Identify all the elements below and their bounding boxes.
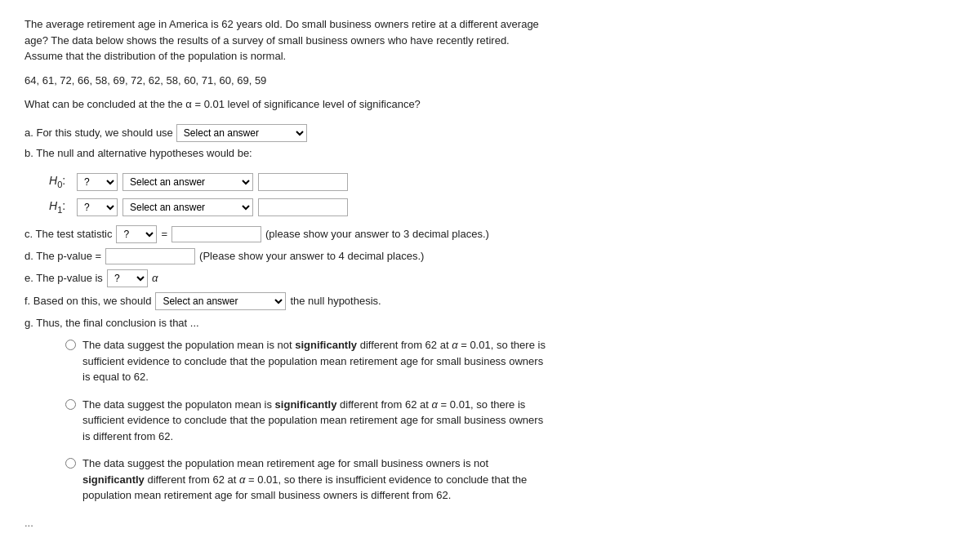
radio-1-text: The data suggest the population mean is … [82, 337, 548, 385]
h0-extra-box [258, 173, 348, 191]
radio-group: The data suggest the population mean is … [65, 337, 956, 504]
radio-3-text: The data suggest the population mean ret… [82, 455, 548, 504]
part-d-label: d. The p-value = [24, 248, 101, 264]
h0-value-select[interactable]: Select an answer μ = 62 μ ≠ 62 μ < 62 μ … [122, 173, 253, 191]
radio-1[interactable] [65, 340, 76, 350]
part-e-label: e. The p-value is [24, 270, 103, 287]
intro-block: The average retirement age in America is… [24, 16, 547, 64]
question-text: What can be concluded at the the α = 0.0… [24, 96, 956, 113]
h0-row: H0: ? < > = ≠ Select an answer μ = 62 μ … [49, 172, 956, 191]
h0-compare-select[interactable]: ? < > = ≠ [77, 173, 118, 191]
pvalue-input[interactable] [105, 248, 195, 264]
part-g-label-row: g. Thus, the final conclusion is that ..… [24, 315, 956, 331]
h1-extra-box [258, 198, 348, 216]
test-stat-input[interactable] [172, 226, 261, 242]
radio-2[interactable] [65, 399, 76, 410]
data-values: 64, 61, 72, 66, 58, 69, 72, 62, 58, 60, … [24, 73, 956, 89]
dots: ... [24, 515, 956, 531]
radio-2-text: The data suggest the populaton mean is s… [82, 397, 548, 445]
part-c-row: c. The test statistic ? < > = = (please … [24, 225, 956, 243]
part-a-label: a. For this study, we should use [24, 125, 173, 141]
part-f-suffix: the null hypothesis. [290, 293, 381, 309]
radio-item-3: The data suggest the population mean ret… [65, 455, 956, 504]
part-d-hint: (Please show your answer to 4 decimal pl… [199, 248, 424, 264]
part-b-label: b. The null and alternative hypotheses w… [24, 145, 956, 162]
radio-item-1: The data suggest the population mean is … [65, 337, 956, 385]
part-c-label: c. The test statistic [24, 226, 112, 242]
part-f-label: f. Based on this, we should [24, 293, 151, 309]
intro-line1: The average retirement age in America is… [24, 16, 547, 33]
alpha-symbol: α [152, 270, 158, 287]
hypothesis-block: H0: ? < > = ≠ Select an answer μ = 62 μ … [49, 172, 956, 217]
radio-3[interactable] [65, 458, 76, 469]
test-stat-compare-select[interactable]: ? < > = [116, 225, 157, 243]
part-g-label: g. Thus, the final conclusion is that ..… [24, 315, 199, 331]
h1-label: H1: [49, 198, 72, 216]
h1-compare-select[interactable]: ? < > = ≠ [77, 198, 118, 216]
part-d-row: d. The p-value = (Please show your answe… [24, 248, 956, 264]
part-e-row: e. The p-value is ? < > = α [24, 269, 956, 287]
part-f-row: f. Based on this, we should Select an an… [24, 292, 956, 310]
h1-row: H1: ? < > = ≠ Select an answer μ = 62 μ … [49, 198, 956, 216]
conclusion-select[interactable]: Select an answer reject fail to reject a… [155, 292, 286, 310]
radio-item-2: The data suggest the populaton mean is s… [65, 397, 956, 445]
part-g-section: g. Thus, the final conclusion is that ..… [24, 315, 956, 504]
intro-line2: age? The data below shows the results of… [24, 33, 547, 49]
h0-label: H0: [49, 172, 72, 191]
intro-line3: Assume that the distribution of the popu… [24, 48, 547, 64]
c-equals: = [161, 226, 167, 242]
study-type-select[interactable]: Select an answer a z-test a t-test [176, 124, 307, 142]
h1-value-select[interactable]: Select an answer μ = 62 μ ≠ 62 μ < 62 μ … [122, 198, 253, 216]
pvalue-compare-select[interactable]: ? < > = [107, 269, 148, 287]
part-a: a. For this study, we should use Select … [24, 124, 956, 142]
part-c-hint: (please show your answer to 3 decimal pl… [265, 226, 489, 242]
